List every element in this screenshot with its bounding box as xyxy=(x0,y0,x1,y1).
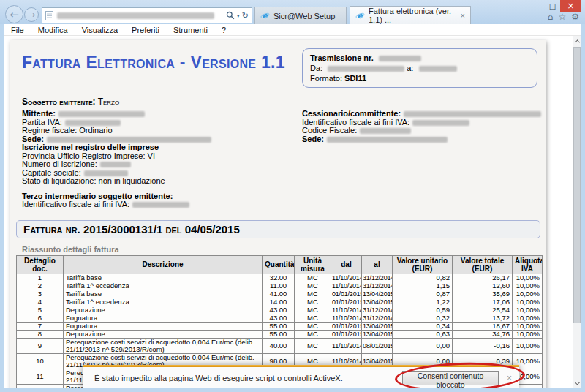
scroll-thumb[interactable] xyxy=(573,47,581,323)
table-cell: 55.00 xyxy=(263,322,295,330)
notification-close-icon[interactable]: × xyxy=(507,373,512,383)
table-cell: 11.00 xyxy=(263,282,295,290)
table-cell: 10,00% xyxy=(513,314,543,322)
home-icon[interactable]: ⌂ xyxy=(548,12,554,22)
formato-value: SDI11 xyxy=(344,74,366,83)
table-cell: 43.00 xyxy=(263,314,295,322)
table-cell: 11/10/2014 xyxy=(331,306,362,314)
table-cell: 34,76 xyxy=(453,330,513,338)
menu-item-strumenti[interactable]: Strumenti xyxy=(173,26,208,34)
close-button[interactable]: × xyxy=(560,0,581,12)
table-cell: 11/10/2014 xyxy=(331,314,362,322)
menu-item-preferiti[interactable]: Preferiti xyxy=(132,26,159,34)
table-cell: 31/12/2014 xyxy=(362,314,393,322)
table-cell: 0,82 xyxy=(393,274,453,282)
table-cell: 3 xyxy=(17,290,64,298)
address-dropdown-icon[interactable]: ▾ xyxy=(237,12,240,19)
vertical-scrollbar[interactable] xyxy=(573,36,581,388)
refresh-icon[interactable]: ↻ xyxy=(242,11,249,20)
ie-logo-icon: e xyxy=(260,11,270,20)
table-cell: Depurazione xyxy=(64,306,263,314)
redacted-value xyxy=(47,137,211,143)
detail-label: Mittente: xyxy=(22,109,56,118)
detail-line: Mittente: xyxy=(22,110,293,118)
button-label: onsenti contenuto bloccato xyxy=(423,372,483,389)
detail-label: Partita IVA: xyxy=(22,118,62,127)
allow-blocked-content-button[interactable]: Consenti contenuto bloccato xyxy=(402,371,499,385)
transmission-label: Trasmissione nr. xyxy=(310,53,374,62)
redacted-value xyxy=(328,66,404,72)
table-cell: 1,15 xyxy=(393,282,453,290)
detail-label: Identificativo fiscale ai fini IVA: xyxy=(22,200,129,208)
table-row: 1Tariffa base32.00MC11/10/201431/12/2014… xyxy=(17,274,543,282)
table-cell: 0,34 xyxy=(393,322,453,330)
table-cell: 0,63 xyxy=(393,330,453,338)
table-cell: Fognatura xyxy=(64,322,263,330)
menu-item-file[interactable]: File xyxy=(11,26,24,34)
redacted-value xyxy=(65,120,121,126)
subject-label: Soggetto emittente: xyxy=(22,97,96,107)
table-cell: 13,72 xyxy=(453,314,513,322)
transmission-format-line: Formato: SDI11 xyxy=(310,73,529,83)
transmission-box: Trasmissione nr. Da: a: Formato: SDI11 xyxy=(302,48,537,88)
tab-sicrweb-setup[interactable]: e Sicr@Web Setup xyxy=(254,7,347,24)
redacted-value xyxy=(84,170,128,176)
detail-label: Capitale sociale: xyxy=(22,168,81,177)
table-cell: Fognatura xyxy=(64,314,263,322)
table-cell: Tariffa base xyxy=(64,274,263,282)
redacted-value xyxy=(132,202,189,208)
summary-label: Riassunto dettagli fattura xyxy=(22,245,546,254)
table-cell: 10,00% xyxy=(513,306,543,314)
minimize-button[interactable]: – xyxy=(529,0,545,12)
detail-label: Codice Fiscale: xyxy=(302,126,357,135)
table-cell: 0,59 xyxy=(393,306,453,314)
detail-label: Sede: xyxy=(302,135,324,143)
window-border-left xyxy=(0,24,4,392)
menu-bar: FileModificaVisualizzaPreferitiStrumenti… xyxy=(4,24,581,36)
table-cell: 9 xyxy=(17,338,64,353)
maximize-button[interactable]: □ xyxy=(545,0,560,12)
window-border-bottom xyxy=(0,388,585,392)
address-bar[interactable]: ▾ ↻ xyxy=(42,7,252,23)
detail-label: Cessionario/committente: xyxy=(302,109,401,118)
table-cell: 5 xyxy=(17,306,64,314)
redacted-value xyxy=(379,56,421,61)
table-cell: Tariffa 1^ eccedenza xyxy=(64,298,263,306)
favorites-star-icon[interactable]: ☆ xyxy=(558,12,566,22)
table-cell: 2 xyxy=(17,282,64,290)
invoice-document: Fattura Elettronica - Versione 1.1 Trasm… xyxy=(10,40,546,388)
forward-button[interactable]: → xyxy=(24,7,39,22)
table-cell: 41.00 xyxy=(263,290,295,298)
scroll-up-button[interactable] xyxy=(573,36,581,46)
table-cell: 31/12/2014 xyxy=(362,282,393,290)
back-icon: ← xyxy=(10,8,19,21)
table-cell: 40.00 xyxy=(263,338,295,353)
tab-fattura-elettronica[interactable]: e Fattura elettronica (ver. 1.1) ... × xyxy=(350,6,471,24)
table-cell: Tariffa 1^ eccedenza xyxy=(64,282,263,290)
table-cell: 08/01/2015 xyxy=(362,338,393,353)
detail-label: Stato di liquidazione: xyxy=(22,176,97,185)
table-cell: 55.00 xyxy=(263,330,295,338)
table-cell: MC xyxy=(295,274,331,282)
menu-item-visualizza[interactable]: Visualizza xyxy=(82,26,118,34)
detail-line: Identificativo fiscale ai fini IVA: xyxy=(22,200,293,209)
table-cell: 11/10/2014 xyxy=(331,282,362,290)
table-cell: MC xyxy=(295,282,331,290)
table-row: 8Depurazione55.00MC01/01/201513/04/20150… xyxy=(17,330,543,338)
scroll-down-button[interactable] xyxy=(573,378,581,388)
back-button[interactable]: ← xyxy=(5,5,23,23)
detail-value: Ordinario xyxy=(77,126,112,135)
settings-gear-icon[interactable]: ⚙ xyxy=(571,12,579,22)
table-row: 6Fognatura43.00MC11/10/201431/12/20140,3… xyxy=(17,314,543,322)
table-cell: 18,67 xyxy=(453,322,513,330)
table-cell: 31/12/2014 xyxy=(362,306,393,314)
table-cell: MC xyxy=(295,322,331,330)
tab-close-icon[interactable]: × xyxy=(461,11,465,20)
table-cell: 01/01/2015 xyxy=(331,322,362,330)
menu-item-modifica[interactable]: Modifica xyxy=(38,26,68,34)
table-cell: 1 xyxy=(17,274,64,282)
search-icon[interactable] xyxy=(226,11,235,20)
menu-item-help[interactable]: ? xyxy=(222,26,226,34)
transmission-from-line: Da: a: xyxy=(310,63,529,73)
table-header-cell: Quantità xyxy=(263,255,295,274)
